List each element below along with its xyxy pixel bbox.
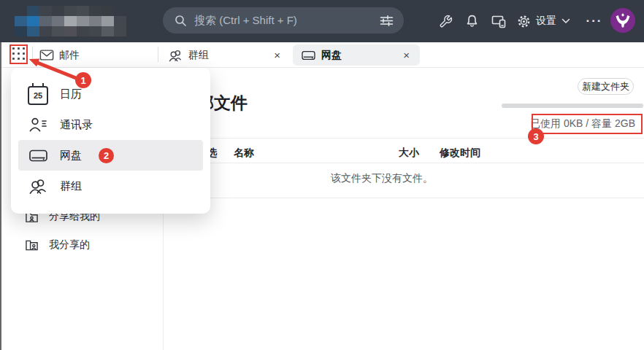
table-border bbox=[185, 198, 644, 198]
menu-item-label: 网盘 bbox=[60, 149, 82, 163]
devices-button[interactable] bbox=[490, 0, 507, 42]
avatar[interactable] bbox=[610, 8, 635, 33]
shared-folder-icon bbox=[25, 239, 39, 252]
tab-separator bbox=[158, 47, 158, 62]
column-header-size[interactable]: 大小 bbox=[399, 143, 419, 163]
tab-label: 群组 bbox=[188, 49, 209, 62]
ellipsis-icon: ··· bbox=[586, 14, 603, 28]
devices-icon bbox=[491, 14, 507, 28]
sidebar-item-label: 我分享的 bbox=[49, 238, 90, 252]
table-border bbox=[185, 163, 644, 163]
menu-item-groups[interactable]: 群组 bbox=[11, 171, 210, 201]
column-header-name[interactable]: 名称 bbox=[234, 143, 254, 163]
close-icon[interactable]: × bbox=[271, 48, 283, 62]
app-launcher-button[interactable] bbox=[12, 47, 26, 61]
annotation-step-1-badge: 1 bbox=[75, 72, 91, 88]
menu-item-calendar[interactable]: 25 日历 bbox=[11, 79, 210, 109]
menu-item-label: 日历 bbox=[60, 88, 82, 101]
annotation-step-2-badge: 2 bbox=[99, 148, 114, 163]
tools-button[interactable] bbox=[437, 0, 454, 42]
tab-mail[interactable]: 邮件 bbox=[35, 44, 158, 66]
menu-item-label: 群组 bbox=[60, 179, 82, 193]
empty-folder-message: 该文件夹下没有文件。 bbox=[331, 172, 433, 185]
menu-item-contacts[interactable]: 通讯录 bbox=[11, 109, 210, 140]
group-icon bbox=[27, 175, 49, 197]
close-icon[interactable]: × bbox=[400, 48, 413, 62]
menu-item-drive[interactable]: 网盘 2 bbox=[18, 140, 203, 171]
tab-label: 邮件 bbox=[59, 49, 80, 62]
chevron-down-icon bbox=[561, 18, 570, 24]
bell-icon bbox=[465, 14, 479, 28]
storage-progress-bar bbox=[502, 104, 643, 108]
topbar: 搜索 (Ctrl + Shift + F) bbox=[0, 0, 644, 42]
webmail-app-window: 搜索 (Ctrl + Shift + F) bbox=[0, 0, 644, 350]
menu-item-label: 通讯录 bbox=[60, 118, 93, 132]
table-border bbox=[185, 138, 644, 139]
annotation-step-3-badge: 3 bbox=[528, 128, 544, 144]
notifications-button[interactable] bbox=[463, 0, 480, 42]
search-bar[interactable]: 搜索 (Ctrl + Shift + F) bbox=[163, 7, 404, 34]
gear-icon bbox=[517, 15, 531, 28]
calendar-icon: 25 bbox=[27, 83, 49, 105]
tab-label: 网盘 bbox=[321, 49, 342, 62]
settings-label: 设置 bbox=[536, 15, 556, 28]
drive-icon bbox=[27, 144, 49, 166]
search-icon bbox=[175, 15, 187, 27]
tab-drive-active[interactable]: 网盘 × bbox=[293, 44, 420, 66]
tab-separator bbox=[32, 47, 33, 62]
search-filter-icon[interactable] bbox=[380, 15, 394, 26]
search-placeholder: 搜索 (Ctrl + Shift + F) bbox=[194, 14, 380, 28]
app-menu-dropdown: 25 日历 通讯录 网盘 2 bbox=[11, 68, 210, 214]
column-header-modified[interactable]: 修改时间 bbox=[440, 143, 480, 163]
settings-button[interactable]: 设置 bbox=[517, 0, 570, 42]
contacts-icon bbox=[27, 114, 49, 136]
drive-icon bbox=[301, 49, 316, 61]
wrench-icon bbox=[439, 15, 453, 28]
blurred-logo bbox=[15, 6, 126, 36]
new-folder-button[interactable]: 新建文件夹 bbox=[578, 78, 634, 95]
bull-logo-icon bbox=[613, 10, 633, 31]
mail-icon bbox=[39, 49, 54, 61]
tab-groups[interactable]: 群组 × bbox=[164, 44, 286, 66]
storage-usage-text: 已使用 0KB / 容量 2GB bbox=[530, 117, 635, 131]
group-icon bbox=[168, 49, 183, 62]
window-left-edge bbox=[0, 42, 1, 350]
sidebar-item-my-shares[interactable]: 我分享的 bbox=[19, 232, 154, 258]
more-options-button[interactable]: ··· bbox=[584, 0, 605, 42]
storage-usage-box: 已使用 0KB / 容量 2GB bbox=[532, 114, 643, 134]
